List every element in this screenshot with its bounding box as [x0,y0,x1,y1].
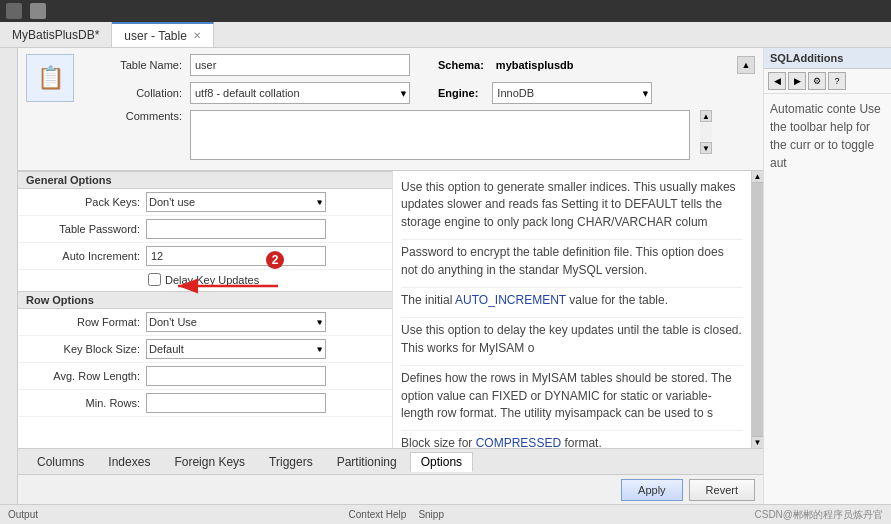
scroll-down-btn[interactable]: ▼ [700,142,712,154]
revert-button[interactable]: Revert [689,479,755,501]
apply-button[interactable]: Apply [621,479,683,501]
collation-select-wrapper: utf8 - default collation ▾ [190,82,410,104]
row-format-select-wrap: Don't Use Default Fixed Dynamic Compress… [146,312,326,332]
schema-value: mybatisplusdb [496,59,574,71]
right-panel-header: SQLAdditions [764,48,891,69]
desc-table-password: Password to encrypt the table definition… [401,240,743,288]
auto-increment-label: Auto Increment: [26,250,146,262]
toolbar-back-btn[interactable]: ◀ [768,72,786,90]
row-format-select[interactable]: Don't Use Default Fixed Dynamic Compress… [146,312,326,332]
avg-row-length-input[interactable] [146,366,326,386]
vscroll-up[interactable]: ▲ [752,171,763,183]
key-block-size-row: Key Block Size: Default 1 2 4 8 16 ▾ [18,336,392,363]
auto-increment-input[interactable] [146,246,326,266]
tab-foreign-keys[interactable]: Foreign Keys [163,452,256,472]
comments-label: Comments: [92,110,182,122]
pack-keys-label: Pack Keys: [26,196,146,208]
table-name-input[interactable] [190,54,410,76]
right-panel-text: Automatic conte Use the toolbar help for… [770,102,881,170]
desc-delay-key: Use this option to delay the key updates… [401,318,743,366]
toolbar-help-btn[interactable]: ? [828,72,846,90]
min-rows-input[interactable] [146,393,326,413]
options-panel: General Options Pack Keys: Don't use Def… [18,171,763,448]
table-header-form: 📋 Table Name: Schema: mybatisplusdb ▲ [18,48,763,171]
action-bar: Apply Revert [18,474,763,504]
collation-label: Collation: [92,87,182,99]
desc-pack-keys: Use this option to generate smaller indi… [401,175,743,240]
vscroll-down[interactable]: ▼ [752,436,763,448]
options-vscroll[interactable]: ▲ ▼ [751,171,763,448]
app-icon2 [30,3,46,19]
engine-label: Engine: [438,87,478,99]
row-options-header: Row Options [18,291,392,309]
key-block-size-select-wrap: Default 1 2 4 8 16 ▾ [146,339,326,359]
row-format-label: Row Format: [26,316,146,328]
tab-bar: MyBatisPlusDB* user - Table ✕ [0,22,891,48]
table-password-input[interactable] [146,219,326,239]
table-icon: 📋 [37,65,64,91]
status-right-text: CSDN@郴郴的程序员炼丹官 [754,508,883,522]
delay-key-updates-checkbox[interactable] [148,273,161,286]
table-password-row: Table Password: [18,216,392,243]
options-left: General Options Pack Keys: Don't use Def… [18,171,393,448]
snippet-link[interactable]: Snipp [418,509,444,520]
content-area: 📋 Table Name: Schema: mybatisplusdb ▲ [18,48,763,504]
collapse-icon[interactable]: ▲ [737,56,755,74]
engine-select[interactable]: InnoDB [492,82,652,104]
tab-user-table-label: user - Table [124,29,186,43]
comments-textarea[interactable] [190,110,690,160]
status-output: Output [8,509,38,520]
schema-label: Schema: [438,59,484,71]
engine-select-wrapper: InnoDB ▾ [492,82,652,104]
right-panel: SQLAdditions ◀ ▶ ⚙ ? Automatic conte Use… [763,48,891,504]
table-name-label: Table Name: [92,59,182,71]
avg-row-length-row: Avg. Row Length: [18,363,392,390]
table-password-label: Table Password: [26,223,146,235]
avg-row-length-label: Avg. Row Length: [26,370,146,382]
key-block-size-label: Key Block Size: [26,343,146,355]
app-icon1 [6,3,22,19]
context-help-link[interactable]: Context Help [349,509,407,520]
pack-keys-select-wrap: Don't use Default All ▾ [146,192,326,212]
app-bar [0,0,891,22]
left-gutter [0,48,18,504]
min-rows-label: Min. Rows: [26,397,146,409]
tab-user-table[interactable]: user - Table ✕ [112,22,213,47]
pack-keys-row: Pack Keys: Don't use Default All ▾ [18,189,392,216]
tab-mybatisplusdb-label: MyBatisPlusDB* [12,28,99,42]
tab-mybatisplusdb[interactable]: MyBatisPlusDB* [0,22,112,47]
tab-columns[interactable]: Columns [26,452,95,472]
auto-increment-row: Auto Increment: [18,243,392,270]
bottom-tabs: Columns Indexes Foreign Keys Triggers Pa… [18,448,763,474]
right-panel-content: Automatic conte Use the toolbar help for… [764,94,891,178]
status-bar: Output Context Help Snipp CSDN@郴郴的程序员炼丹官 [0,504,891,524]
scroll-up-btn[interactable]: ▲ [700,110,712,122]
delay-key-updates-row: Delay Key Updates [18,270,392,289]
tab-indexes[interactable]: Indexes [97,452,161,472]
tab-options[interactable]: Options [410,452,473,472]
delay-key-updates-label: Delay Key Updates [165,274,259,286]
options-right: Use this option to generate smaller indi… [393,171,751,448]
desc-key-block: Block size for COMPRESSED format. [401,431,743,448]
min-rows-row: Min. Rows: [18,390,392,417]
toolbar-fwd-btn[interactable]: ▶ [788,72,806,90]
tab-triggers[interactable]: Triggers [258,452,324,472]
right-panel-toolbar: ◀ ▶ ⚙ ? [764,69,891,94]
row-format-row: Row Format: Don't Use Default Fixed Dyna… [18,309,392,336]
key-block-size-select[interactable]: Default 1 2 4 8 16 [146,339,326,359]
pack-keys-select[interactable]: Don't use Default All [146,192,326,212]
collation-select[interactable]: utf8 - default collation [190,82,410,104]
general-options-header: General Options [18,171,392,189]
table-icon-box: 📋 [26,54,74,102]
toolbar-gear-btn[interactable]: ⚙ [808,72,826,90]
vscroll-thumb [752,183,763,436]
tab-close-icon[interactable]: ✕ [193,30,201,41]
desc-auto-increment: The initial AUTO_INCREMENT value for the… [401,288,743,318]
desc-row-format: Defines how the rows in MyISAM tables sh… [401,366,743,431]
tab-partitioning[interactable]: Partitioning [326,452,408,472]
